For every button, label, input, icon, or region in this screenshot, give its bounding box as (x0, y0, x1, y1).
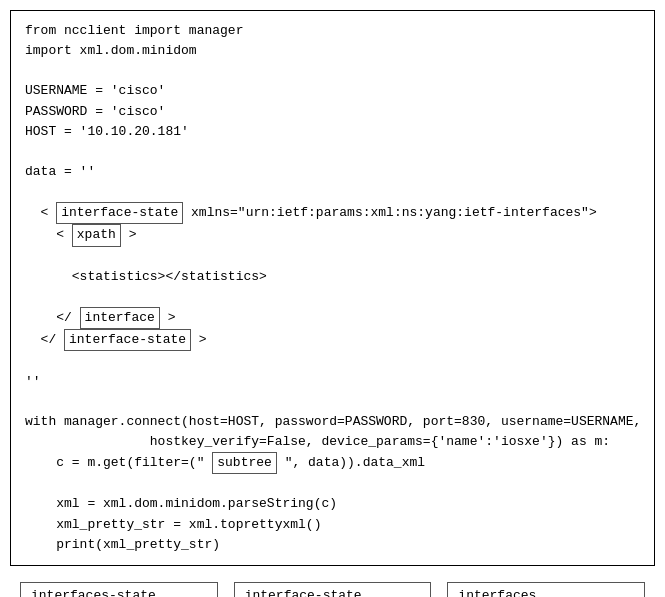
code-line-8: data = '' (25, 162, 640, 182)
code-block: from ncclient import manager import xml.… (10, 10, 655, 566)
interface-state-box[interactable]: interface-state (56, 202, 183, 224)
code-blank-4 (25, 247, 640, 267)
code-blank-3 (25, 182, 640, 202)
code-blank-2 (25, 142, 640, 162)
code-line-5: PASSWORD = 'cisco' (25, 102, 640, 122)
code-line-2: import xml.dom.minidom (25, 41, 640, 61)
code-interface-state-open: < interface-state xmlns="urn:ietf:params… (25, 202, 640, 224)
code-interface-state-close: </ interface-state > (25, 329, 640, 351)
code-line-6: HOST = '10.10.20.181' (25, 122, 640, 142)
code-blank-6 (25, 351, 640, 371)
code-xml-3: print(xml_pretty_str) (25, 535, 640, 555)
code-statistics: <statistics></statistics> (25, 267, 640, 287)
code-data-close: '' (25, 372, 640, 392)
code-connect-2: hostkey_verify=False, device_params={'na… (25, 432, 640, 452)
code-blank-5 (25, 287, 640, 307)
code-xml-1: xml = xml.dom.minidom.parseString(c) (25, 494, 640, 514)
button-grid: interfaces-state interface-state interfa… (10, 582, 655, 597)
code-mget-line: c = m.get(filter=(" subtree ", data)).da… (25, 452, 640, 474)
interface-state-box-2[interactable]: interface-state (64, 329, 191, 351)
code-interface-close: </ interface > (25, 307, 640, 329)
code-line-1: from ncclient import manager (25, 21, 640, 41)
btn-interfaces-state[interactable]: interfaces-state (20, 582, 218, 597)
btn-interface-state[interactable]: interface-state (234, 582, 432, 597)
code-xpath-line: < xpath > (25, 224, 640, 246)
xpath-box[interactable]: xpath (72, 224, 121, 246)
code-line-4: USERNAME = 'cisco' (25, 81, 640, 101)
subtree-box[interactable]: subtree (212, 452, 277, 474)
interface-box[interactable]: interface (80, 307, 160, 329)
btn-interfaces[interactable]: interfaces (447, 582, 645, 597)
code-blank-8 (25, 474, 640, 494)
code-connect-1: with manager.connect(host=HOST, password… (25, 412, 640, 432)
code-xml-2: xml_pretty_str = xml.toprettyxml() (25, 515, 640, 535)
code-blank-7 (25, 392, 640, 412)
code-blank-1 (25, 61, 640, 81)
